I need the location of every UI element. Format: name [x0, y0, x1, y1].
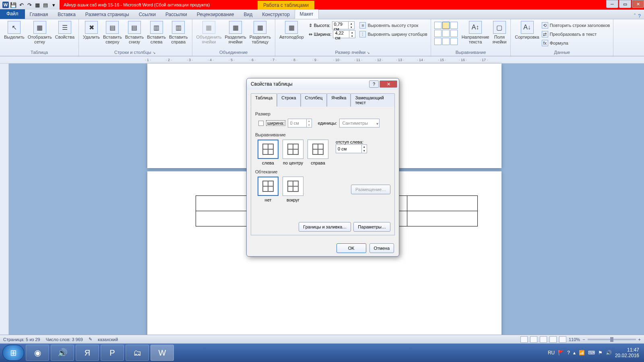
minimize-ribbon-icon[interactable]: ˆ — [634, 13, 636, 19]
distribute-cols-button[interactable]: ⦙Выровнять ширину столбцов — [359, 30, 428, 39]
align-center-option[interactable]: по центру — [283, 140, 303, 165]
tab-mailings[interactable]: Рассылки — [161, 10, 192, 19]
qat-dropdown-icon[interactable]: ▾ — [50, 1, 57, 8]
tab-cell[interactable]: Ячейка — [327, 93, 351, 107]
tab-alttext[interactable]: Замещающий текст — [351, 93, 395, 107]
align-tc-icon[interactable] — [442, 22, 450, 29]
tray-lang[interactable]: RU — [548, 350, 555, 356]
dialog-close-button[interactable]: ✕ — [380, 80, 397, 88]
dialog-launcher-icon[interactable]: ↘ — [367, 51, 371, 55]
convert-text-button[interactable]: ⇄Преобразовать в текст — [541, 30, 611, 39]
wrap-none-option[interactable]: нет — [258, 177, 279, 202]
tab-design[interactable]: Конструктор — [257, 10, 294, 19]
zoom-thumb[interactable] — [610, 337, 613, 342]
alignment-grid[interactable] — [434, 22, 458, 45]
tray-volume-icon[interactable]: 🔊 — [606, 350, 612, 356]
taskbar-word[interactable]: W — [151, 345, 174, 361]
delete-button[interactable]: ✖Удалить — [81, 20, 101, 40]
tray-clock[interactable]: 11:4720.02.2016 — [615, 347, 639, 358]
units-combo[interactable]: Сантиметры — [339, 119, 380, 128]
width-checkbox[interactable] — [258, 121, 264, 126]
tab-row[interactable]: Строка — [277, 93, 300, 107]
insert-left-button[interactable]: ▥Вставить слева — [145, 20, 167, 45]
tab-references[interactable]: Ссылки — [134, 10, 161, 19]
vertical-ruler[interactable] — [0, 64, 9, 347]
tray-flag-icon[interactable]: 🚩 — [558, 350, 564, 356]
formula-button[interactable]: fxФормула — [541, 39, 611, 47]
zoom-value[interactable]: 110% — [569, 337, 580, 342]
properties-button[interactable]: ☰Свойства — [54, 20, 76, 40]
align-tl-icon[interactable] — [434, 22, 442, 29]
insert-above-button[interactable]: ▤Вставить сверху — [101, 20, 124, 45]
tab-pagelayout[interactable]: Разметка страницы — [80, 10, 134, 19]
view-outline-icon[interactable] — [549, 336, 557, 343]
options-button[interactable]: Параметры… — [353, 222, 390, 232]
tray-network-icon[interactable]: 📶 — [579, 350, 585, 356]
taskbar-explorer[interactable]: 🗂 — [126, 345, 149, 361]
align-br-icon[interactable] — [450, 38, 458, 45]
view-print-icon[interactable] — [520, 336, 528, 343]
tab-review[interactable]: Рецензирование — [192, 10, 239, 19]
tab-layout[interactable]: Макет — [295, 9, 319, 19]
redo-icon[interactable]: ↷ — [26, 1, 33, 8]
zoom-out-button[interactable]: − — [582, 337, 585, 342]
indent-input[interactable]: 0 см — [336, 144, 367, 153]
minimize-button[interactable]: ─ — [606, 0, 618, 8]
align-bl-icon[interactable] — [434, 38, 442, 45]
view-fullscreen-icon[interactable] — [530, 336, 537, 343]
taskbar-powerpoint[interactable]: P — [101, 345, 124, 361]
page-indicator[interactable]: Страница: 5 из 29 — [3, 337, 40, 342]
taskbar-yandex[interactable]: Я — [76, 345, 99, 361]
align-tr-icon[interactable] — [450, 22, 458, 29]
insert-below-button[interactable]: ▤Вставить снизу — [124, 20, 146, 45]
align-mc-icon[interactable] — [442, 30, 450, 37]
sort-button[interactable]: A↓Сортировка — [513, 20, 541, 40]
width-input[interactable]: 4,22 см — [333, 30, 355, 38]
spellcheck-icon[interactable]: ✎ — [89, 337, 92, 342]
autofit-button[interactable]: ▦Автоподбор — [278, 20, 305, 40]
align-right-option[interactable]: справа — [308, 140, 328, 165]
undo-icon[interactable]: ↶ — [18, 1, 25, 8]
word-count[interactable]: Число слов: 3 969 — [46, 337, 83, 342]
borders-shading-button[interactable]: Границы и заливка… — [299, 222, 351, 232]
close-button[interactable]: ✕ — [632, 0, 644, 8]
height-input[interactable]: 0,79 см — [332, 21, 355, 29]
qat-icon[interactable]: ▤ — [42, 1, 49, 8]
qat-icon[interactable]: ▦ — [34, 1, 41, 8]
cell-margins-button[interactable]: ▢Поля ячейки — [491, 20, 508, 45]
align-left-option[interactable]: слева — [258, 140, 279, 165]
tab-table[interactable]: Таблица — [251, 93, 277, 107]
split-cells-button[interactable]: ▦Разделить ячейки — [223, 20, 248, 45]
select-button[interactable]: ↖Выделить — [2, 20, 26, 40]
view-draft-icon[interactable] — [559, 336, 566, 343]
tab-home[interactable]: Главная — [25, 10, 53, 19]
view-gridlines-button[interactable]: ▦Отобразить сетку — [26, 20, 54, 45]
tray-help-icon[interactable]: ? — [567, 350, 570, 356]
view-web-icon[interactable] — [540, 336, 547, 343]
dialog-help-button[interactable]: ? — [369, 80, 379, 88]
width-input[interactable]: 0 см — [288, 119, 312, 128]
insert-right-button[interactable]: ▥Вставить справа — [167, 20, 190, 45]
tray-chevron-icon[interactable]: ▴ — [573, 350, 576, 356]
wrap-around-option[interactable]: вокруг — [283, 177, 303, 202]
tab-insert[interactable]: Вставка — [53, 10, 80, 19]
start-button[interactable]: ⊞ — [2, 345, 24, 361]
split-table-button[interactable]: ▦Разделить таблицу — [248, 20, 272, 45]
distribute-rows-button[interactable]: ≡Выровнять высоту строк — [359, 21, 428, 30]
align-ml-icon[interactable] — [434, 30, 442, 37]
dialog-titlebar[interactable]: Свойства таблицы ? ✕ — [247, 78, 399, 90]
restore-button[interactable]: ▭ — [619, 0, 631, 8]
repeat-header-button[interactable]: ⟲Повторить строки заголовков — [541, 21, 611, 30]
taskbar-sound[interactable]: 🔊 — [51, 345, 74, 361]
tray-keyboard-icon[interactable]: ⌨ — [588, 350, 595, 356]
dialog-launcher-icon[interactable]: ↘ — [153, 51, 157, 55]
text-direction-button[interactable]: A↕Направление текста — [460, 20, 491, 45]
cancel-button[interactable]: Отмена — [369, 243, 394, 253]
file-tab[interactable]: Файл — [0, 9, 25, 19]
align-mr-icon[interactable] — [450, 30, 458, 37]
save-icon[interactable]: 💾 — [10, 1, 17, 8]
zoom-in-button[interactable]: + — [638, 337, 641, 342]
language-indicator[interactable]: казахский — [98, 337, 118, 342]
help-icon[interactable]: ? — [638, 13, 641, 19]
taskbar-chrome[interactable]: ◉ — [26, 345, 49, 361]
